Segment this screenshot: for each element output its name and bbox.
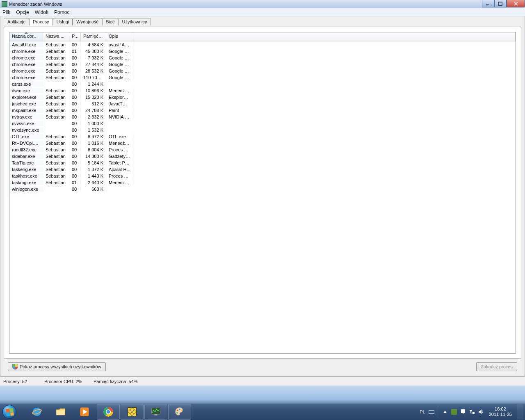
svg-rect-27	[470, 410, 472, 411]
table-row[interactable]: nvtray.exeSebastian002 332 KNVIDIA S...	[9, 114, 516, 120]
cell-cpu: 00	[69, 108, 81, 113]
table-row[interactable]: TabTip.exeSebastian005 184 KTablet PC...	[9, 160, 516, 166]
cell-memory: 1 440 K	[81, 173, 106, 178]
taskbar-media-player[interactable]	[73, 404, 96, 420]
cell-image-name: AvastUI.exe	[9, 42, 43, 47]
tray-nvidia-icon[interactable]	[451, 409, 457, 415]
taskbar-clock[interactable]: 16:02 2011-11-25	[489, 406, 512, 417]
cell-description: Menedżer...	[106, 180, 133, 185]
cell-memory: 14 380 K	[81, 154, 106, 159]
cell-user: Sebastian	[43, 75, 69, 80]
taskbar-chrome[interactable]	[97, 404, 120, 420]
cell-cpu: 00	[69, 114, 81, 119]
cell-user: Sebastian	[43, 180, 69, 185]
tray-chevron-up-icon[interactable]	[442, 409, 448, 415]
taskbar-paint[interactable]	[168, 404, 191, 420]
menu-view[interactable]: Widok	[35, 9, 48, 15]
cell-user: Sebastian	[43, 147, 69, 152]
tab-network[interactable]: Sieć	[102, 18, 118, 25]
minimize-button[interactable]	[482, 0, 494, 7]
language-indicator[interactable]: PL	[420, 409, 425, 414]
table-row[interactable]: sidebar.exeSebastian0014 380 KGadżety ..…	[9, 153, 516, 160]
table-row[interactable]: taskhost.exeSebastian001 440 KProces ho.…	[9, 173, 516, 179]
cell-description: Eksplorat...	[106, 95, 133, 100]
show-all-processes-button[interactable]: Pokaż procesy wszystkich użytkowników	[8, 362, 106, 371]
table-row[interactable]: OTL.exeSebastian008 972 KOTL.exe	[9, 133, 516, 140]
table-row[interactable]: AvastUI.exeSebastian004 584 Kavast! An..…	[9, 41, 516, 48]
table-row[interactable]: taskmgr.exeSebastian012 640 KMenedżer...	[9, 179, 516, 186]
tray-volume-icon[interactable]	[478, 409, 484, 415]
menu-options[interactable]: Opcje	[16, 9, 29, 15]
table-row[interactable]: nvxdsync.exe001 532 K	[9, 127, 516, 133]
maximize-button[interactable]	[494, 0, 507, 7]
cell-cpu: 01	[69, 180, 81, 185]
cell-user: Sebastian	[43, 141, 69, 146]
table-row[interactable]: chrome.exeSebastian0145 880 KGoogle C...	[9, 48, 516, 55]
cell-memory: 2 640 K	[81, 180, 106, 185]
table-row[interactable]: winlogon.exe00660 K	[9, 186, 516, 192]
close-button[interactable]	[507, 0, 525, 7]
taskbar-app-yellow[interactable]	[121, 404, 144, 420]
table-row[interactable]: explorer.exeSebastian0015 320 KEksplorat…	[9, 94, 516, 100]
cell-cpu: 00	[69, 134, 81, 139]
table-row[interactable]: csrss.exe001 244 K	[9, 81, 516, 87]
tray-action-center-icon[interactable]	[460, 409, 466, 415]
cell-description: Google C...	[106, 68, 133, 73]
table-row[interactable]: chrome.exeSebastian007 932 KGoogle C...	[9, 55, 516, 61]
table-row[interactable]: rundll32.exeSebastian008 004 KProces ho.…	[9, 146, 516, 153]
svg-marker-29	[479, 409, 482, 414]
keyboard-icon[interactable]	[429, 409, 434, 415]
end-process-button[interactable]: Zakończ proces	[476, 362, 517, 371]
table-row[interactable]: dwm.exeSebastian0010 896 KMenedżer...	[9, 87, 516, 94]
column-user-name[interactable]: Nazwa ...	[43, 32, 69, 41]
table-row[interactable]: chrome.exeSebastian0027 844 KGoogle C...	[9, 61, 516, 68]
svg-marker-24	[443, 411, 447, 413]
cell-memory: 1 244 K	[81, 82, 106, 87]
taskbar-ie[interactable]	[25, 404, 48, 420]
cell-cpu: 00	[69, 82, 81, 87]
cell-user: Sebastian	[43, 173, 69, 178]
process-list[interactable]: Nazwa obrazu Nazwa ... P... Pamięć (p...…	[9, 32, 516, 354]
column-fill[interactable]	[133, 32, 516, 41]
taskbar-explorer[interactable]	[49, 404, 72, 420]
table-row[interactable]: chrome.exeSebastian00110 700 KGoogle C..…	[9, 74, 516, 81]
column-memory[interactable]: Pamięć (p...	[81, 32, 106, 41]
tray-network-icon[interactable]	[469, 409, 475, 415]
menu-help[interactable]: Pomoc	[54, 9, 69, 15]
cell-cpu: 00	[69, 187, 81, 192]
table-row[interactable]: RtHDVCpl.exeSebastian001 016 KMenedżer..…	[9, 140, 516, 146]
taskbar-task-manager[interactable]	[144, 404, 167, 420]
cell-description: Gadżety ...	[106, 154, 133, 159]
cell-image-name: rundll32.exe	[9, 147, 43, 152]
tab-services[interactable]: Usługi	[53, 18, 73, 25]
cell-description: Google C...	[106, 62, 133, 67]
table-row[interactable]: jusched.exeSebastian00512 KJava(TM) ...	[9, 100, 516, 107]
cell-memory: 512 K	[81, 101, 106, 106]
column-cpu[interactable]: P...	[69, 32, 81, 41]
tab-applications[interactable]: Aplikacje	[4, 18, 29, 25]
cell-cpu: 00	[69, 55, 81, 60]
cell-cpu: 00	[69, 128, 81, 132]
column-image-name[interactable]: Nazwa obrazu	[9, 32, 43, 41]
table-row[interactable]: taskeng.exeSebastian001 372 KAparat H...	[9, 166, 516, 173]
menu-file[interactable]: Plik	[2, 9, 10, 15]
show-desktop-button[interactable]	[518, 404, 523, 420]
table-row[interactable]: mspaint.exeSebastian0024 788 KPaint	[9, 107, 516, 114]
cell-cpu: 00	[69, 101, 81, 106]
cell-cpu: 00	[69, 68, 81, 73]
column-description[interactable]: Opis	[106, 32, 133, 41]
cell-memory: 1 016 K	[81, 141, 106, 146]
cell-image-name: winlogon.exe	[9, 187, 43, 192]
cell-memory: 660 K	[81, 187, 106, 192]
list-body[interactable]: AvastUI.exeSebastian004 584 Kavast! An..…	[9, 41, 516, 353]
tab-users[interactable]: Użytkownicy	[118, 18, 151, 25]
svg-rect-1	[498, 2, 502, 5]
tab-performance[interactable]: Wydajność	[73, 18, 102, 25]
task-manager-icon	[2, 1, 7, 7]
table-row[interactable]: nvvsvc.exe001 000 K	[9, 120, 516, 127]
cell-user: Sebastian	[43, 108, 69, 113]
start-button[interactable]	[0, 404, 19, 420]
tab-processes[interactable]: Procesy	[29, 18, 53, 26]
cell-user: Sebastian	[43, 167, 69, 172]
table-row[interactable]: chrome.exeSebastian0028 532 KGoogle C...	[9, 68, 516, 74]
